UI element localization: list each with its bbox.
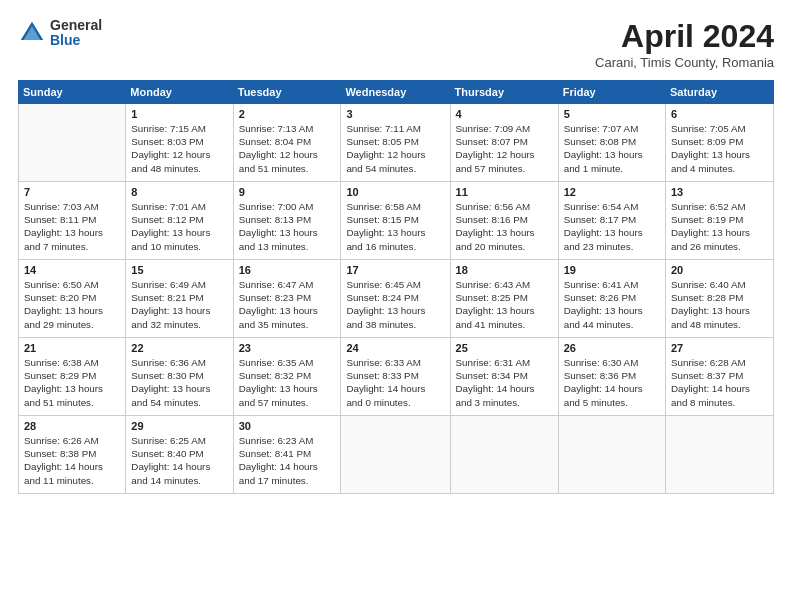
calendar-cell: 11Sunrise: 6:56 AM Sunset: 8:16 PM Dayli… [450,182,558,260]
calendar-cell [666,416,774,494]
day-number: 10 [346,186,444,198]
day-number: 23 [239,342,336,354]
day-info: Sunrise: 6:52 AM Sunset: 8:19 PM Dayligh… [671,200,768,253]
calendar-cell: 30Sunrise: 6:23 AM Sunset: 8:41 PM Dayli… [233,416,341,494]
calendar-cell: 5Sunrise: 7:07 AM Sunset: 8:08 PM Daylig… [558,104,665,182]
day-info: Sunrise: 6:28 AM Sunset: 8:37 PM Dayligh… [671,356,768,409]
calendar-cell: 17Sunrise: 6:45 AM Sunset: 8:24 PM Dayli… [341,260,450,338]
logo: General Blue [18,18,102,49]
day-number: 8 [131,186,227,198]
day-info: Sunrise: 7:07 AM Sunset: 8:08 PM Dayligh… [564,122,660,175]
day-number: 17 [346,264,444,276]
day-number: 16 [239,264,336,276]
day-info: Sunrise: 6:33 AM Sunset: 8:33 PM Dayligh… [346,356,444,409]
day-info: Sunrise: 7:01 AM Sunset: 8:12 PM Dayligh… [131,200,227,253]
day-info: Sunrise: 6:50 AM Sunset: 8:20 PM Dayligh… [24,278,120,331]
calendar-cell: 3Sunrise: 7:11 AM Sunset: 8:05 PM Daylig… [341,104,450,182]
day-number: 20 [671,264,768,276]
day-info: Sunrise: 6:41 AM Sunset: 8:26 PM Dayligh… [564,278,660,331]
calendar-cell: 9Sunrise: 7:00 AM Sunset: 8:13 PM Daylig… [233,182,341,260]
day-header-wednesday: Wednesday [341,81,450,104]
day-number: 19 [564,264,660,276]
calendar-cell: 27Sunrise: 6:28 AM Sunset: 8:37 PM Dayli… [666,338,774,416]
calendar-cell: 14Sunrise: 6:50 AM Sunset: 8:20 PM Dayli… [19,260,126,338]
day-info: Sunrise: 6:40 AM Sunset: 8:28 PM Dayligh… [671,278,768,331]
main-title: April 2024 [595,18,774,55]
day-number: 25 [456,342,553,354]
day-number: 1 [131,108,227,120]
day-info: Sunrise: 6:25 AM Sunset: 8:40 PM Dayligh… [131,434,227,487]
calendar-cell: 4Sunrise: 7:09 AM Sunset: 8:07 PM Daylig… [450,104,558,182]
day-number: 12 [564,186,660,198]
calendar-cell: 23Sunrise: 6:35 AM Sunset: 8:32 PM Dayli… [233,338,341,416]
calendar-cell: 2Sunrise: 7:13 AM Sunset: 8:04 PM Daylig… [233,104,341,182]
day-header-saturday: Saturday [666,81,774,104]
calendar-cell: 25Sunrise: 6:31 AM Sunset: 8:34 PM Dayli… [450,338,558,416]
day-info: Sunrise: 7:03 AM Sunset: 8:11 PM Dayligh… [24,200,120,253]
day-number: 14 [24,264,120,276]
logo-blue-text: Blue [50,33,102,48]
calendar-header: SundayMondayTuesdayWednesdayThursdayFrid… [19,81,774,104]
day-info: Sunrise: 6:35 AM Sunset: 8:32 PM Dayligh… [239,356,336,409]
day-number: 6 [671,108,768,120]
day-info: Sunrise: 7:13 AM Sunset: 8:04 PM Dayligh… [239,122,336,175]
header-row: SundayMondayTuesdayWednesdayThursdayFrid… [19,81,774,104]
calendar-cell: 18Sunrise: 6:43 AM Sunset: 8:25 PM Dayli… [450,260,558,338]
calendar-cell: 13Sunrise: 6:52 AM Sunset: 8:19 PM Dayli… [666,182,774,260]
day-info: Sunrise: 6:30 AM Sunset: 8:36 PM Dayligh… [564,356,660,409]
day-header-tuesday: Tuesday [233,81,341,104]
day-info: Sunrise: 7:00 AM Sunset: 8:13 PM Dayligh… [239,200,336,253]
calendar-cell: 21Sunrise: 6:38 AM Sunset: 8:29 PM Dayli… [19,338,126,416]
calendar-week-3: 14Sunrise: 6:50 AM Sunset: 8:20 PM Dayli… [19,260,774,338]
calendar-cell: 1Sunrise: 7:15 AM Sunset: 8:03 PM Daylig… [126,104,233,182]
calendar-cell: 15Sunrise: 6:49 AM Sunset: 8:21 PM Dayli… [126,260,233,338]
day-info: Sunrise: 6:49 AM Sunset: 8:21 PM Dayligh… [131,278,227,331]
day-number: 15 [131,264,227,276]
day-info: Sunrise: 6:36 AM Sunset: 8:30 PM Dayligh… [131,356,227,409]
calendar-table: SundayMondayTuesdayWednesdayThursdayFrid… [18,80,774,494]
calendar-week-5: 28Sunrise: 6:26 AM Sunset: 8:38 PM Dayli… [19,416,774,494]
day-number: 7 [24,186,120,198]
calendar-cell: 10Sunrise: 6:58 AM Sunset: 8:15 PM Dayli… [341,182,450,260]
day-number: 21 [24,342,120,354]
day-info: Sunrise: 6:54 AM Sunset: 8:17 PM Dayligh… [564,200,660,253]
calendar-body: 1Sunrise: 7:15 AM Sunset: 8:03 PM Daylig… [19,104,774,494]
day-info: Sunrise: 6:43 AM Sunset: 8:25 PM Dayligh… [456,278,553,331]
day-number: 4 [456,108,553,120]
calendar-cell [341,416,450,494]
subtitle: Carani, Timis County, Romania [595,55,774,70]
calendar-cell [450,416,558,494]
title-block: April 2024 Carani, Timis County, Romania [595,18,774,70]
logo-icon [18,19,46,47]
day-info: Sunrise: 6:47 AM Sunset: 8:23 PM Dayligh… [239,278,336,331]
day-number: 9 [239,186,336,198]
day-number: 29 [131,420,227,432]
day-number: 5 [564,108,660,120]
calendar-cell: 28Sunrise: 6:26 AM Sunset: 8:38 PM Dayli… [19,416,126,494]
day-number: 22 [131,342,227,354]
calendar-cell: 26Sunrise: 6:30 AM Sunset: 8:36 PM Dayli… [558,338,665,416]
day-header-sunday: Sunday [19,81,126,104]
calendar-cell: 20Sunrise: 6:40 AM Sunset: 8:28 PM Dayli… [666,260,774,338]
day-number: 24 [346,342,444,354]
day-header-friday: Friday [558,81,665,104]
day-info: Sunrise: 7:05 AM Sunset: 8:09 PM Dayligh… [671,122,768,175]
day-info: Sunrise: 6:26 AM Sunset: 8:38 PM Dayligh… [24,434,120,487]
calendar-cell: 12Sunrise: 6:54 AM Sunset: 8:17 PM Dayli… [558,182,665,260]
calendar-week-1: 1Sunrise: 7:15 AM Sunset: 8:03 PM Daylig… [19,104,774,182]
day-header-thursday: Thursday [450,81,558,104]
calendar-cell: 24Sunrise: 6:33 AM Sunset: 8:33 PM Dayli… [341,338,450,416]
day-number: 26 [564,342,660,354]
calendar-cell: 22Sunrise: 6:36 AM Sunset: 8:30 PM Dayli… [126,338,233,416]
day-info: Sunrise: 6:56 AM Sunset: 8:16 PM Dayligh… [456,200,553,253]
logo-text: General Blue [50,18,102,49]
day-number: 27 [671,342,768,354]
calendar-cell: 16Sunrise: 6:47 AM Sunset: 8:23 PM Dayli… [233,260,341,338]
calendar-cell: 29Sunrise: 6:25 AM Sunset: 8:40 PM Dayli… [126,416,233,494]
day-info: Sunrise: 7:11 AM Sunset: 8:05 PM Dayligh… [346,122,444,175]
day-info: Sunrise: 7:15 AM Sunset: 8:03 PM Dayligh… [131,122,227,175]
day-number: 3 [346,108,444,120]
day-info: Sunrise: 6:38 AM Sunset: 8:29 PM Dayligh… [24,356,120,409]
day-info: Sunrise: 6:58 AM Sunset: 8:15 PM Dayligh… [346,200,444,253]
header: General Blue April 2024 Carani, Timis Co… [18,18,774,70]
